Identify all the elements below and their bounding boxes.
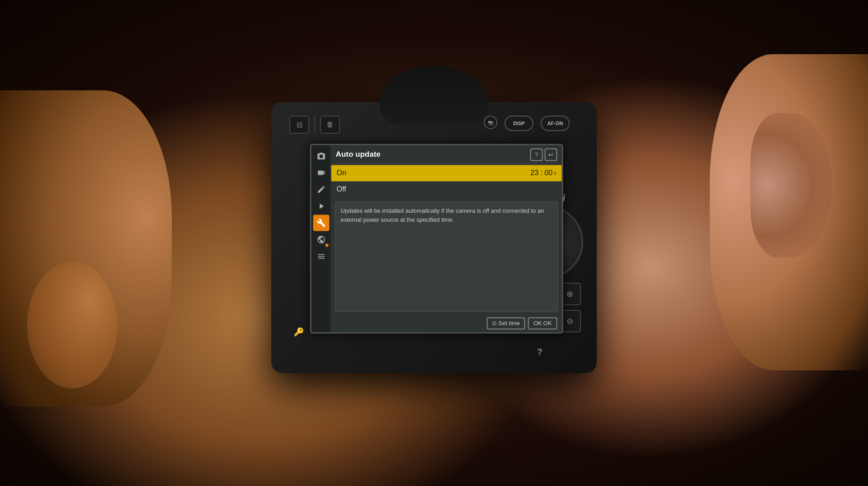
scene: ⊟ 🗑 🔑 📷 DISP AF-ON ▶ i OK ⊕ MENU ⊖ ▶: [0, 0, 868, 486]
menu-item-on[interactable]: On 23 : 00 ›: [331, 165, 562, 181]
menu-item-on-chevron: ›: [554, 169, 556, 177]
menu-item-off-label: Off: [337, 185, 346, 193]
sidebar: [311, 145, 331, 332]
screen-header: Auto update ? ↩: [331, 145, 562, 164]
sidebar-stack-icon[interactable]: [313, 248, 329, 264]
camera-mode-icon[interactable]: 📷: [484, 116, 497, 129]
ok-footer-icon: OK: [533, 320, 542, 327]
top-right-buttons: 📷 DISP AF-ON: [484, 116, 570, 131]
lcd-screen: Auto update ? ↩ On 23 : 00 ›: [310, 144, 563, 333]
playback-button[interactable]: ⊟: [289, 116, 309, 134]
sidebar-wrench-icon[interactable]: [313, 215, 329, 231]
ok-footer-label: OK: [543, 320, 552, 327]
set-time-icon: ⊙: [492, 320, 497, 327]
menu-item-on-value-area: 23 : 00 ›: [530, 169, 556, 177]
key-icon: 🔑: [294, 327, 304, 337]
screen-footer: ⊙ Set time OK OK: [331, 314, 562, 332]
header-buttons: ? ↩: [530, 148, 557, 161]
help-header-button[interactable]: ?: [530, 148, 543, 161]
globe-notification-dot: [325, 243, 328, 247]
back-header-button[interactable]: ↩: [545, 148, 557, 161]
sidebar-camera-icon[interactable]: [313, 148, 329, 164]
menu-item-off[interactable]: Off: [331, 181, 562, 197]
info-box: Updates will be installed automatically …: [335, 201, 558, 312]
top-left-buttons: ⊟ 🗑: [289, 116, 340, 134]
lcd-main-content: Auto update ? ↩ On 23 : 00 ›: [331, 145, 562, 332]
delete-button[interactable]: 🗑: [320, 116, 340, 134]
ok-footer-button[interactable]: OK OK: [528, 317, 557, 329]
left-thumb: [27, 262, 118, 388]
sidebar-video-icon[interactable]: [313, 164, 329, 181]
info-text: Updates will be installed automatically …: [341, 206, 552, 224]
camera-body: ⊟ 🗑 🔑 📷 DISP AF-ON ▶ i OK ⊕ MENU ⊖ ▶: [271, 102, 597, 373]
menu-item-on-value: 23 : 00: [530, 169, 552, 177]
set-time-label: Set time: [498, 320, 520, 327]
sidebar-pencil-icon[interactable]: [313, 181, 329, 197]
sidebar-play-icon[interactable]: [313, 198, 329, 214]
screen-title: Auto update: [336, 150, 381, 159]
right-fingers: [750, 113, 832, 257]
af-on-button[interactable]: AF-ON: [541, 116, 570, 131]
help-button[interactable]: ?: [537, 347, 542, 357]
menu-list: On 23 : 00 › Off: [331, 164, 562, 199]
sidebar-globe-icon[interactable]: [313, 231, 329, 248]
set-time-button[interactable]: ⊙ Set time: [486, 317, 525, 329]
divider: [314, 116, 316, 134]
disp-button[interactable]: DISP: [505, 116, 533, 131]
menu-item-on-label: On: [337, 169, 346, 177]
